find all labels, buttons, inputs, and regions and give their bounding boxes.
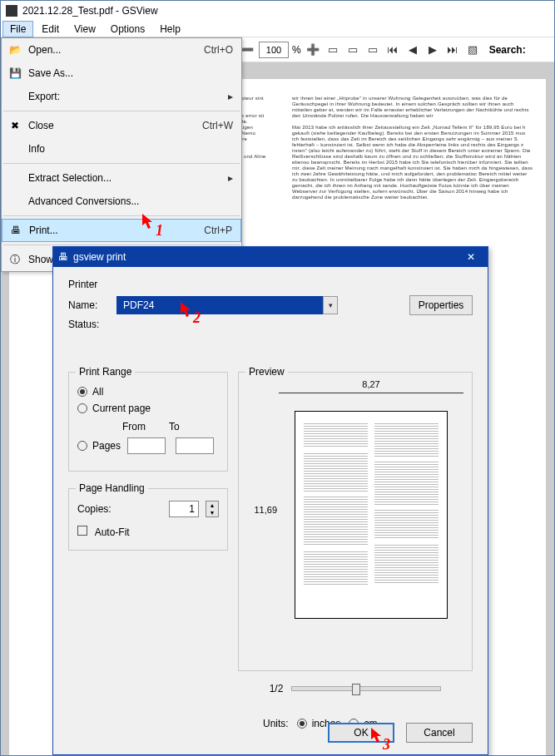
copies-spinner[interactable]: ▲▼: [206, 501, 219, 517]
copies-label: Copies:: [77, 503, 111, 515]
properties-button[interactable]: Properties: [409, 295, 473, 315]
from-field[interactable]: [127, 437, 166, 454]
menu-file[interactable]: File: [2, 21, 33, 37]
dialog-title: gsview print: [73, 251, 454, 263]
menuitem-export[interactable]: Export: ▸: [2, 85, 241, 108]
layers-icon[interactable]: ▧: [464, 42, 481, 58]
open-icon: 📂: [9, 44, 22, 56]
radio-all[interactable]: All: [77, 386, 219, 398]
copies-field[interactable]: 1: [169, 501, 199, 517]
svg-marker-5: [371, 728, 381, 743]
radio-label: Current page: [92, 403, 151, 414]
radio-label: All: [92, 386, 103, 398]
radio-icon: [77, 441, 87, 451]
slider-thumb[interactable]: [352, 684, 360, 695]
accel: Ctrl+P: [204, 225, 232, 236]
first-icon[interactable]: ⏮: [384, 42, 401, 58]
group-legend: Page Handling: [76, 482, 148, 494]
zoom-in-icon[interactable]: ➕: [305, 42, 321, 58]
submenu-arrow-icon: ▸: [211, 172, 233, 184]
separator: [3, 111, 240, 111]
menuitem-info[interactable]: Info: [2, 137, 241, 161]
info-icon: ⓘ: [10, 253, 20, 267]
window-title: 2021.12.28_Test.pdf - GSView: [22, 5, 158, 17]
autofit-label: Auto-Fit: [95, 526, 130, 538]
menuitem-close[interactable]: ✖ Close Ctrl+W: [2, 114, 241, 137]
menuitem-label: Info: [28, 143, 233, 155]
separator: [3, 163, 240, 164]
menuitem-label: Advanced Conversions...: [28, 195, 233, 207]
submenu-arrow-icon: ▸: [211, 91, 233, 102]
group-legend: Preview: [245, 366, 288, 378]
save-icon: 💾: [9, 67, 22, 79]
zoom-ratio: 1/2: [270, 683, 284, 694]
dialog-titlebar: 🖶 gsview print ✕: [53, 247, 488, 267]
close-icon[interactable]: ✕: [459, 251, 483, 263]
menuitem-open[interactable]: 📂 Open... Ctrl+O: [2, 38, 241, 62]
to-field[interactable]: [176, 437, 214, 454]
app-icon: [6, 5, 17, 17]
dropdown-caret-icon[interactable]: ▾: [323, 296, 338, 314]
menuitem-label: Close: [28, 120, 202, 131]
menuitem-label: Open...: [28, 44, 204, 56]
radio-current[interactable]: Current page: [77, 403, 219, 414]
menu-options[interactable]: Options: [104, 22, 151, 37]
menuitem-label: Extract Selection...: [28, 172, 211, 184]
printer-group-label: Printer: [68, 279, 473, 290]
to-label: To: [169, 421, 180, 432]
preview-width: 8,27: [277, 379, 465, 389]
group-legend: Print Range: [76, 366, 135, 378]
actualsize-icon[interactable]: ▭: [364, 42, 381, 58]
cursor-icon: [181, 302, 192, 319]
radio-icon: [77, 403, 87, 413]
separator: [3, 215, 240, 216]
svg-marker-4: [181, 302, 191, 317]
dialog-icon: 🖶: [58, 251, 68, 263]
cancel-button[interactable]: Cancel: [406, 723, 473, 743]
print-dialog: 🖶 gsview print ✕ Printer Name: PDF24 ▾ P…: [52, 246, 488, 755]
menu-edit[interactable]: Edit: [35, 22, 66, 37]
menu-help[interactable]: Help: [153, 22, 187, 37]
prev-icon[interactable]: ◀: [404, 42, 421, 58]
separator: [3, 245, 240, 245]
printer-select[interactable]: PDF24 ▾: [116, 296, 338, 314]
preview-height: 11,69: [245, 505, 277, 515]
annotation-3: 3: [383, 736, 390, 754]
accel: Ctrl+W: [202, 120, 233, 131]
menuitem-saveas[interactable]: 💾 Save As...: [2, 62, 241, 85]
last-icon[interactable]: ⏭: [444, 42, 461, 58]
preview-group: Preview 8,27 11,69: [238, 372, 473, 671]
cursor-icon: [142, 214, 154, 230]
print-icon: 🖶: [11, 225, 21, 236]
print-range-group: Print Range All Current page From To: [68, 372, 228, 472]
menuitem-label: Print...: [29, 225, 204, 236]
fitwidth-icon[interactable]: ▭: [344, 42, 361, 58]
status-label: Status:: [68, 319, 110, 330]
zoom-slider[interactable]: [291, 686, 441, 691]
menu-view[interactable]: View: [67, 22, 102, 37]
from-label: From: [122, 421, 146, 432]
search-label: Search:: [489, 44, 526, 56]
radio-label: Pages: [92, 440, 122, 452]
radio-pages[interactable]: Pages: [77, 437, 219, 454]
autofit-checkbox[interactable]: [77, 526, 87, 536]
zoom-level[interactable]: 100: [259, 42, 289, 58]
fitpage-icon[interactable]: ▭: [325, 42, 341, 58]
page-handling-group: Page Handling Copies: 1 ▲▼ Auto-Fit: [68, 488, 228, 551]
dim-arrow-icon: [277, 389, 465, 396]
accel: Ctrl+O: [204, 44, 233, 56]
next-icon[interactable]: ▶: [424, 42, 441, 58]
titlebar: 2021.12.28_Test.pdf - GSView: [1, 1, 554, 21]
menuitem-advanced[interactable]: Advanced Conversions...: [2, 190, 241, 213]
close-icon: ✖: [11, 120, 19, 131]
cursor-icon: [371, 728, 383, 744]
zoom-pct: %: [292, 44, 301, 56]
svg-marker-3: [142, 214, 152, 229]
menubar: File Edit View Options Help: [1, 21, 554, 37]
annotation-2: 2: [193, 309, 201, 327]
radio-icon: [77, 387, 87, 397]
menuitem-extract[interactable]: Extract Selection... ▸: [2, 166, 241, 190]
units-label: Units:: [263, 718, 289, 729]
menuitem-print[interactable]: 🖶 Print... Ctrl+P: [2, 219, 241, 242]
annotation-1: 1: [156, 222, 163, 240]
